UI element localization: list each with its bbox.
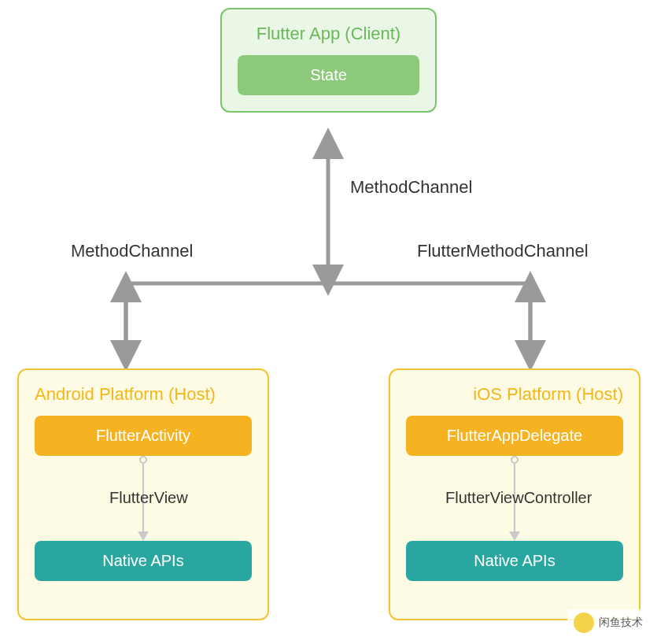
watermark-avatar-icon <box>574 613 594 633</box>
android-host-box: Android Platform (Host) FlutterActivity … <box>17 368 269 620</box>
ios-host-box: iOS Platform (Host) FlutterAppDelegate F… <box>389 368 640 620</box>
flutter-activity-pill: FlutterActivity <box>35 416 252 456</box>
flutter-client-box: Flutter App (Client) State <box>220 8 437 113</box>
android-host-title: Android Platform (Host) <box>35 384 252 405</box>
ios-host-title: iOS Platform (Host) <box>406 384 623 405</box>
flutter-view-label: FlutterView <box>109 489 188 507</box>
flutter-client-title: Flutter App (Client) <box>238 24 419 44</box>
flutter-view-controller-label: FlutterViewController <box>445 489 592 507</box>
flutter-app-delegate-pill: FlutterAppDelegate <box>406 416 623 456</box>
watermark-text: 闲鱼技术 <box>599 616 643 630</box>
edge-label-left: MethodChannel <box>71 241 193 261</box>
edge-label-right: FlutterMethodChannel <box>417 241 589 261</box>
edge-label-center: MethodChannel <box>350 177 472 198</box>
ios-native-apis-pill: Native APIs <box>406 541 623 581</box>
android-native-apis-pill: Native APIs <box>35 541 252 581</box>
state-pill: State <box>238 55 419 95</box>
watermark: 闲鱼技术 <box>567 609 649 636</box>
android-inner-connector: FlutterView <box>35 456 252 541</box>
ios-inner-connector: FlutterViewController <box>406 456 623 541</box>
